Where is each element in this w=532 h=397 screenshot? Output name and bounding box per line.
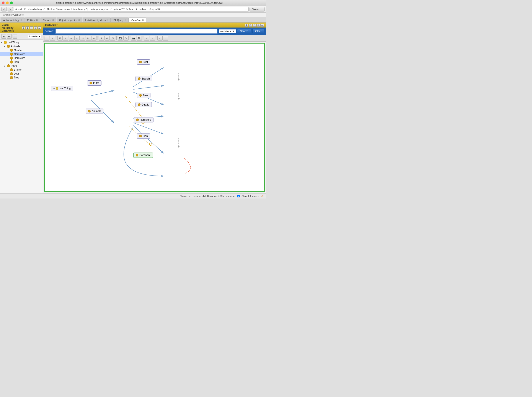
toolbar-icon-pen[interactable]: ✏ <box>69 36 74 41</box>
tab-close-icon[interactable]: ✕ <box>20 19 22 21</box>
close-button[interactable] <box>2 1 5 4</box>
panel-icon-1[interactable]: ⊞ <box>22 26 25 30</box>
tab-object-properties[interactable]: Object properties ✕ <box>57 18 82 22</box>
node-lion[interactable]: Lion <box>137 133 150 139</box>
tree-item-lion[interactable]: Lion <box>0 60 43 64</box>
tree-item-branch[interactable]: Branch <box>0 68 43 72</box>
tab-dl-query[interactable]: DL Query ✕ <box>111 18 129 22</box>
og-icon-5[interactable]: ▭ <box>260 24 264 27</box>
panel-icon-2[interactable]: ◧ <box>26 26 29 30</box>
tab-close-icon[interactable]: ✕ <box>106 19 108 21</box>
hier-btn-2[interactable]: ⊕↓ <box>7 34 12 39</box>
search-input[interactable] <box>56 29 217 34</box>
hier-btn-3[interactable]: ✕ <box>13 34 17 39</box>
toolbar-icon-zoom-fit[interactable]: ⊡ <box>110 36 115 41</box>
toolbar-icon-zoom-in[interactable]: ⊕ <box>99 36 104 41</box>
node-carnivore[interactable]: Carnivore <box>133 153 153 158</box>
panel-icon-5[interactable]: ▭ <box>38 26 41 30</box>
tree-item-label: Lion <box>14 61 19 63</box>
contains-dropdown[interactable]: contains ▲▼ <box>219 29 236 33</box>
svg-marker-13 <box>178 146 180 148</box>
node-leaf[interactable]: Leaf <box>137 59 150 65</box>
tree-item-label: Leaf <box>14 72 19 75</box>
graph-area[interactable]: + owl:Thing Plant Animals Leaf Branch <box>44 43 265 192</box>
panel-icon-4[interactable]: □ <box>34 26 37 30</box>
toolbar-icon-maximize[interactable]: ⤢ <box>157 36 163 41</box>
node-tree[interactable]: Tree <box>137 93 150 98</box>
toolbar-icon-edit[interactable]: ✎ <box>123 36 129 41</box>
toolbar-icon-export[interactable]: ↗ <box>144 36 149 41</box>
tree-item-giraffe[interactable]: Giraffe <box>0 48 43 52</box>
og-icon-1[interactable]: ⊞ <box>245 24 248 27</box>
tree-item-leaf[interactable]: Leaf <box>0 72 43 76</box>
class-tree: ▾ owl:Thing ▾ Animals Giraffe Carnivore <box>0 40 43 193</box>
node-icon <box>136 118 139 121</box>
tree-item-plant[interactable]: ▾ Plant <box>0 64 43 68</box>
url-dropdown-icon[interactable]: ⌄ <box>244 8 247 11</box>
node-icon <box>138 77 140 80</box>
node-plant[interactable]: Plant <box>87 81 101 86</box>
tab-close-icon[interactable]: ✕ <box>78 19 80 21</box>
og-icon-2[interactable]: ◧ <box>249 24 252 27</box>
toolbar-icon-camera[interactable]: 📷 <box>131 36 136 41</box>
toolbar-separator-3 <box>116 36 117 40</box>
toolbar-icon-image[interactable]: 🖼 <box>137 36 142 41</box>
toolbar-icon-radial[interactable]: ✳ <box>63 36 68 41</box>
toolbar-icon-triangle[interactable]: △ <box>74 36 80 41</box>
tab-active-ontology[interactable]: Active ontology ✕ <box>1 18 25 22</box>
tab-close-icon[interactable]: ✕ <box>125 19 126 21</box>
toolbar-icon-arrow-right[interactable]: ▷ <box>86 36 91 41</box>
node-giraffe[interactable]: Giraffe <box>136 102 152 107</box>
class-hierarchy-title: Class hierarchy: Carnivore <box>2 23 22 32</box>
node-animals[interactable]: Animals <box>86 109 103 114</box>
toolbar-icon-restore[interactable]: ⤡ <box>163 36 168 41</box>
panel-icon-3[interactable]: ✕ <box>30 26 33 30</box>
hier-btn-1[interactable]: ⊕ <box>1 34 6 39</box>
forward-button[interactable]: > <box>8 7 13 12</box>
tree-item-label: Giraffe <box>14 49 22 52</box>
node-label: Tree <box>143 94 148 97</box>
toolbar-icon-zoom-out[interactable]: ⊖ <box>105 36 110 41</box>
breadcrumb-item-animals[interactable]: Animals <box>3 13 12 16</box>
toggle-icon[interactable]: ▾ <box>4 65 7 67</box>
toolbar-icon-arrow-left[interactable]: ◁ <box>80 36 85 41</box>
toolbar-icon-home[interactable]: ⌂ <box>44 36 50 41</box>
svg-line-6 <box>133 123 163 134</box>
og-icon-3[interactable]: ✕ <box>253 24 256 27</box>
search-button[interactable]: Search <box>237 29 251 33</box>
clear-button[interactable]: Clear <box>252 29 264 33</box>
tab-close-icon[interactable]: ✕ <box>52 19 54 21</box>
maximize-button[interactable] <box>10 1 13 4</box>
node-herbivore[interactable]: Herbivore <box>134 117 153 122</box>
back-button[interactable]: < <box>1 7 7 12</box>
browser-search-button[interactable]: Search... <box>250 7 265 12</box>
toggle-icon[interactable]: ▾ <box>1 41 4 44</box>
asserted-select[interactable]: Asserted ▾ <box>28 35 41 38</box>
toolbar-icon-grid[interactable]: ⊞ <box>57 36 63 41</box>
toolbar-icon-save[interactable]: 💾 <box>118 36 123 41</box>
node-owlthing[interactable]: + owl:Thing <box>51 86 73 91</box>
url-bar[interactable]: ◈ untitled-ontology-3 (http://www.semant… <box>14 7 249 12</box>
node-branch[interactable]: Branch <box>136 76 152 81</box>
node-icon <box>139 94 142 97</box>
og-icon-4[interactable]: □ <box>257 24 260 27</box>
toggle-icon[interactable]: ▾ <box>4 45 7 48</box>
toolbar-icon-import[interactable]: ↙ <box>150 36 155 41</box>
toolbar-icon-cursor[interactable]: ↖ <box>50 36 55 41</box>
breadcrumb-item-carnivore[interactable]: Carnivore <box>13 13 24 16</box>
tab-classes[interactable]: Classes ✕ <box>41 18 56 22</box>
tree-item-owlthing[interactable]: ▾ owl:Thing <box>0 41 43 44</box>
tab-close-icon[interactable]: ✕ <box>36 19 38 21</box>
minimize-button[interactable] <box>6 1 9 4</box>
tree-item-tree[interactable]: Tree <box>0 76 43 80</box>
tab-close-icon[interactable]: ✕ <box>142 19 144 21</box>
tree-item-carnivore[interactable]: Carnivore <box>0 52 43 56</box>
tree-item-animals[interactable]: ▾ Animals <box>0 44 43 48</box>
tab-individuals-by-class[interactable]: Individuals by class ✕ <box>83 18 111 22</box>
toolbar-icon-arrow-both[interactable]: ↔ <box>91 36 96 41</box>
tab-ontograf[interactable]: OntoGraf ✕ <box>129 18 146 22</box>
show-inferences-checkbox[interactable] <box>237 195 240 197</box>
graph-connections <box>45 43 264 191</box>
tab-entities[interactable]: Entities ✕ <box>25 18 40 22</box>
tree-item-herbivore[interactable]: Herbivore <box>0 56 43 60</box>
